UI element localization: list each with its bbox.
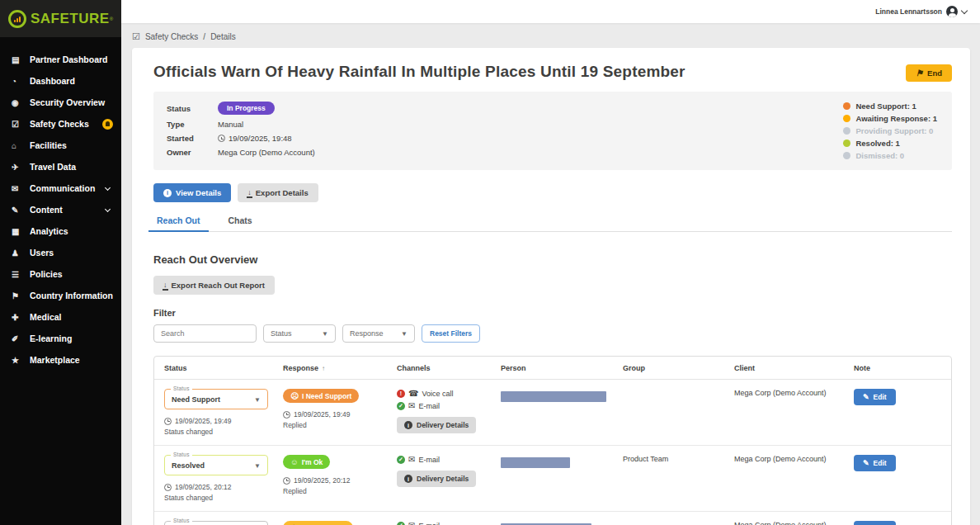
table-row: Status Resolved▼ 19/09/2025, 20:12 Statu… xyxy=(154,446,951,512)
success-check-icon: ✓ xyxy=(397,402,405,410)
edit-note-button[interactable]: ✎Edit xyxy=(854,389,896,405)
sidebar-item-content[interactable]: ✎ Content xyxy=(0,199,121,220)
search-input[interactable] xyxy=(153,324,257,343)
sidebar-item-medical[interactable]: ✚ Medical xyxy=(0,306,121,328)
status-select[interactable]: Status Resolved▼ xyxy=(164,455,268,475)
sidebar: SAFETURE ® ▤ Partner Dashboard ◔ Dashboa… xyxy=(0,0,121,525)
channel-label: E-mail xyxy=(418,402,440,410)
sidebar-item-country-information[interactable]: ⚑ Country Information xyxy=(0,285,121,306)
legend-item: Dismissed: 0 xyxy=(843,151,937,160)
sidebar-item-communication[interactable]: ✉ Communication xyxy=(0,177,121,199)
clock-icon xyxy=(218,135,225,142)
group-cell xyxy=(613,380,724,445)
table-row: Status Need Support▼ 19/09/2025, 19:49 S… xyxy=(154,380,951,446)
mail-icon: ✉ xyxy=(408,455,415,464)
legend-dot-icon xyxy=(843,140,850,147)
security-overview-icon: ◉ xyxy=(12,98,25,107)
legend-dot-icon xyxy=(843,152,850,159)
response-filter-select[interactable]: Response▼ xyxy=(342,324,415,343)
reach-out-table: Status Response↑ Channels Person Group C… xyxy=(153,356,952,525)
sidebar-item-facilities[interactable]: ⌂ Facilities xyxy=(0,135,121,156)
sidebar-item-analytics[interactable]: ▦ Analytics xyxy=(0,220,121,242)
sidebar-item-dashboard[interactable]: ◔ Dashboard xyxy=(0,70,121,92)
clock-icon xyxy=(283,411,290,419)
success-check-icon: ✓ xyxy=(397,522,405,525)
tab-bar: Reach Out Chats xyxy=(153,212,952,232)
sidebar-item-marketplace[interactable]: ★ Marketplace xyxy=(0,349,121,371)
column-header-channels[interactable]: Channels xyxy=(387,357,491,379)
sidebar-item-label: Analytics xyxy=(30,226,68,236)
success-check-icon: ✓ xyxy=(397,456,405,464)
user-menu[interactable]: Linnea Lennartsson xyxy=(875,6,967,17)
tab-chats[interactable]: Chats xyxy=(227,212,254,231)
replied-note: Replied xyxy=(283,487,377,495)
sidebar-item-security-overview[interactable]: ◉ Security Overview xyxy=(0,92,121,113)
e-learning-icon: ✐ xyxy=(12,334,25,343)
sidebar-nav: ▤ Partner Dashboard ◔ Dashboard ◉ Securi… xyxy=(0,37,121,371)
sidebar-item-label: Facilities xyxy=(30,140,67,150)
status-filter-select[interactable]: Status▼ xyxy=(263,324,336,343)
end-button[interactable]: ⚑ End xyxy=(906,64,952,82)
type-value: Manual xyxy=(218,120,243,129)
tab-reach-out[interactable]: Reach Out xyxy=(155,212,202,231)
column-header-note[interactable]: Note xyxy=(844,357,951,379)
filter-label: Filter xyxy=(153,308,952,318)
column-header-group[interactable]: Group xyxy=(613,357,724,379)
sidebar-item-safety-checks[interactable]: ☑ Safety Checks xyxy=(0,113,121,135)
reset-filters-button[interactable]: Reset Filters xyxy=(422,324,480,343)
edit-note-button[interactable]: ✎Edit xyxy=(854,521,896,525)
group-cell: Product Team xyxy=(613,446,724,511)
legend-dot-icon xyxy=(843,115,850,122)
channel-label: Voice call xyxy=(422,390,453,398)
sidebar-item-travel-data[interactable]: ✈ Travel Data xyxy=(0,156,121,177)
main-content: Officials Warn Of Heavy Rainfall In Mult… xyxy=(132,48,970,525)
breadcrumb-separator: / xyxy=(203,32,205,41)
sidebar-item-users[interactable]: ♟ Users xyxy=(0,242,121,263)
delivery-details-button[interactable]: iDelivery Details xyxy=(397,471,476,487)
mail-icon: ✉ xyxy=(408,401,415,410)
view-details-button[interactable]: i View Details xyxy=(153,183,231,202)
delivery-details-button[interactable]: iDelivery Details xyxy=(397,417,476,433)
status-select[interactable]: Status Need Support▼ xyxy=(164,389,268,409)
info-panel: Status In Progress Type Manual Started 1… xyxy=(153,92,952,170)
legend-label: Need Support: 1 xyxy=(855,102,916,111)
edit-note-button[interactable]: ✎Edit xyxy=(854,455,896,471)
content-icon: ✎ xyxy=(12,206,25,215)
section-title: Reach Out Overview xyxy=(153,253,952,266)
status-legend: Need Support: 1 Awaiting Response: 1 Pro… xyxy=(843,102,937,160)
sidebar-item-label: E-learning xyxy=(30,333,72,343)
started-label: Started xyxy=(167,134,218,143)
column-header-response[interactable]: Response↑ xyxy=(273,357,387,379)
column-header-person[interactable]: Person xyxy=(491,357,613,379)
travel-data-icon: ✈ xyxy=(12,163,25,172)
type-label: Type xyxy=(167,120,218,129)
sidebar-item-partner-dashboard[interactable]: ▤ Partner Dashboard xyxy=(0,49,121,70)
column-header-status[interactable]: Status xyxy=(154,357,273,379)
partner-dashboard-icon: ▤ xyxy=(12,55,25,64)
channel-voice-call: ! ☎ Voice call xyxy=(397,389,481,398)
sidebar-item-policies[interactable]: ☰ Policies xyxy=(0,263,121,285)
logo[interactable]: SAFETURE ® xyxy=(0,0,121,37)
caret-down-icon: ▼ xyxy=(401,330,408,338)
medical-icon: ✚ xyxy=(12,313,25,322)
response-timestamp: 19/09/2025, 19:49 xyxy=(294,410,351,419)
sidebar-item-label: Country Information xyxy=(30,291,113,300)
caret-down-icon: ▼ xyxy=(254,396,261,404)
breadcrumb-page[interactable]: Details xyxy=(210,32,236,41)
sidebar-item-label: Partner Dashboard xyxy=(30,54,108,64)
sort-ascending-icon: ↑ xyxy=(322,365,325,372)
status-label: Status xyxy=(167,104,218,113)
column-header-client[interactable]: Client xyxy=(724,357,844,379)
sidebar-item-e-learning[interactable]: ✐ E-learning xyxy=(0,328,121,349)
breadcrumb-section[interactable]: Safety Checks xyxy=(145,32,198,41)
breadcrumb: ☑ Safety Checks / Details xyxy=(132,31,236,42)
sidebar-item-label: Marketplace xyxy=(30,355,80,365)
export-details-button[interactable]: ↓ Export Details xyxy=(238,183,318,202)
country-information-icon: ⚑ xyxy=(12,291,25,300)
status-timestamp: 19/09/2025, 19:49 xyxy=(175,417,232,425)
export-reach-out-report-button[interactable]: ↓ Export Reach Out Report xyxy=(153,276,275,295)
table-header: Status Response↑ Channels Person Group C… xyxy=(154,357,951,380)
status-select[interactable]: Status Awaiting Response▼ xyxy=(164,521,268,525)
caret-down-icon: ▼ xyxy=(254,462,261,470)
sidebar-item-label: Dashboard xyxy=(30,76,75,86)
